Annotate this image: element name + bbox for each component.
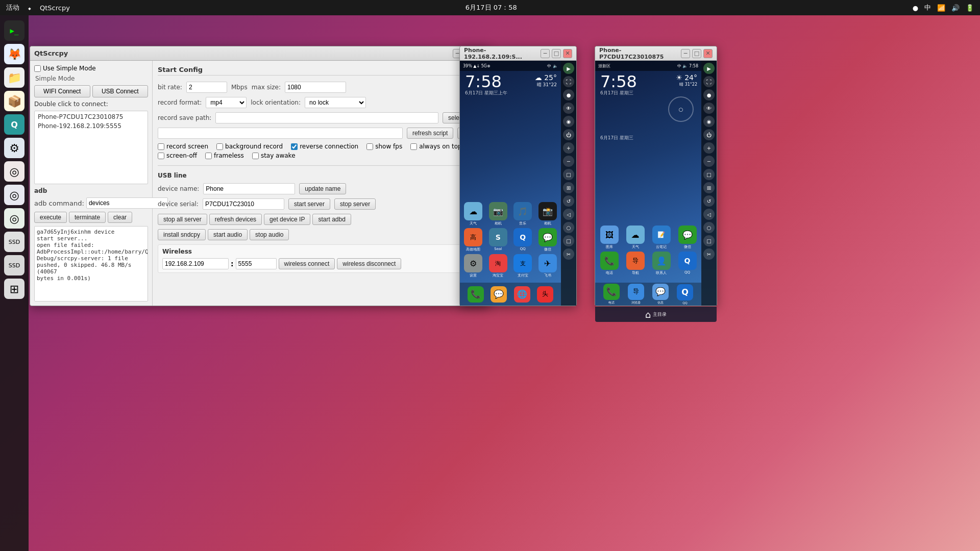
show-fps-checkbox[interactable] xyxy=(366,143,373,150)
phone2-app-qq[interactable]: Q QQ xyxy=(675,252,699,276)
record-format-select[interactable]: mp4 mkv xyxy=(206,97,247,108)
phone2-sidebar-expand[interactable]: ⛶ xyxy=(703,76,715,87)
phone2-sidebar-eye1[interactable]: 👁 xyxy=(703,103,715,114)
wireless-ip-input[interactable] xyxy=(162,258,229,269)
dock-item-settings[interactable]: ⚙ xyxy=(4,138,24,158)
phone1-app-taobao[interactable]: 淘 淘宝宝 xyxy=(487,254,510,278)
phone1-app-camera[interactable]: 📷 相机 xyxy=(487,202,510,226)
lock-orient-select[interactable]: no lock portrait landscape xyxy=(305,97,366,108)
phone2-app-gallery[interactable]: 🖼 图库 xyxy=(597,226,621,249)
phone2-dock-qq[interactable]: Q QQ xyxy=(677,284,693,305)
phone1-app-settings[interactable]: ⚙ 设置 xyxy=(462,254,485,278)
phone1-close[interactable]: ✕ xyxy=(563,49,572,58)
phone2-app-note[interactable]: 📝 云笔记 xyxy=(649,226,673,249)
phone2-sidebar-btn1[interactable]: ▶ xyxy=(703,63,715,74)
phone1-sidebar-vol-dn[interactable]: − xyxy=(563,156,574,167)
phone2-app-nav[interactable]: 导 导航 xyxy=(623,252,647,276)
phone1-sidebar-vol-up[interactable]: + xyxy=(563,142,574,154)
dock-item-files[interactable]: 📁 xyxy=(4,67,24,88)
phone2-sidebar-circle[interactable]: ● xyxy=(703,89,715,101)
phone2-screen[interactable]: 浙新区 中 🔈 7:58 7:58 6月17日 星期三 ☀ 24° 晴 31°2… xyxy=(595,61,701,306)
device-list[interactable]: Phone-P7CDU17C23010875 Phone-192.168.2.1… xyxy=(34,111,148,184)
device-item-2[interactable]: Phone-192.168.2.109:5555 xyxy=(36,121,146,131)
reverse-connection-checkbox[interactable] xyxy=(291,143,298,150)
phone1-sidebar-crop[interactable]: ⊞ xyxy=(563,182,574,193)
device-name-input[interactable] xyxy=(203,183,295,194)
usb-connect-button[interactable]: USB Connect xyxy=(92,85,149,97)
phone1-app-music[interactable]: 🎵 音乐 xyxy=(511,202,534,226)
phone2-dock-phone[interactable]: 📞 电话 xyxy=(603,284,620,305)
phone2-sidebar-crop[interactable]: ⊞ xyxy=(703,182,715,193)
stay-awake-checkbox[interactable] xyxy=(252,153,259,159)
phone2-close[interactable]: ✕ xyxy=(703,49,713,58)
phone1-app-map[interactable]: 高 高德地图 xyxy=(462,228,485,252)
refresh-script-button[interactable]: refresh script xyxy=(407,128,453,139)
phone2-sidebar-capture[interactable]: □ xyxy=(703,169,715,180)
stop-server-button[interactable]: stop server xyxy=(334,198,376,210)
phone2-app-phone[interactable]: 📞 电话 xyxy=(597,252,621,276)
phone2-dock-msg[interactable]: 💬 信息 xyxy=(652,284,669,305)
stop-audio-button[interactable]: stop audio xyxy=(250,229,289,240)
phone2-sidebar-power[interactable]: ⏻ xyxy=(703,129,715,140)
phone2-home-icon[interactable]: ⌂ xyxy=(645,309,651,320)
phone1-dock-news[interactable]: 头 xyxy=(537,286,553,303)
phone1-sidebar-rotate[interactable]: ↺ xyxy=(563,195,574,207)
phone2-sidebar-vol-dn[interactable]: − xyxy=(703,156,715,167)
terminate-button[interactable]: terminate xyxy=(69,212,106,223)
wireless-disconnect-button[interactable]: wireless disconnect xyxy=(337,258,401,269)
dock-item-misc3[interactable]: ◎ xyxy=(4,208,24,229)
phone1-screen[interactable]: 39% ▲↓ 5G⊕ 中 🔈 7:58 6月17日 星期三上午 ☁ 25° 晴 … xyxy=(460,61,561,306)
dock-item-apps[interactable]: ⊞ xyxy=(4,279,24,299)
start-adbd-button[interactable]: start adbd xyxy=(312,214,351,225)
taskbar-app-label[interactable]: QtScrcpy xyxy=(40,4,70,12)
wifi-connect-button[interactable]: WIFI Connect xyxy=(34,85,90,97)
maxsize-input[interactable] xyxy=(285,82,346,93)
always-on-top-checkbox[interactable] xyxy=(410,143,417,150)
phone2-sidebar-vol-up[interactable]: + xyxy=(703,142,715,154)
script-input[interactable] xyxy=(158,128,403,139)
phone2-dock-nav[interactable]: 导 浏览器 xyxy=(628,284,644,305)
get-device-ip-button[interactable]: get device IP xyxy=(264,214,310,225)
phone2-minimize[interactable]: ─ xyxy=(681,49,690,58)
dock-item-software[interactable]: 📦 xyxy=(4,91,24,111)
activities-label[interactable]: 活动 xyxy=(6,3,19,12)
phone2-sidebar-cut[interactable]: ✂ xyxy=(703,248,715,260)
dock-item-misc2[interactable]: ◎ xyxy=(4,185,24,205)
phone2-sidebar-rotate[interactable]: ↺ xyxy=(703,195,715,207)
phone1-sidebar-btn1[interactable]: ▶ xyxy=(563,63,574,74)
clear-button[interactable]: clear xyxy=(108,212,132,223)
phone1-sidebar-eye1[interactable]: 👁 xyxy=(563,103,574,114)
phone1-dock-phone[interactable]: 📞 xyxy=(468,286,484,303)
phone1-app-weather[interactable]: ☁ 天气 xyxy=(462,202,485,226)
stop-all-server-button[interactable]: stop all server xyxy=(158,214,207,225)
phone2-maximize[interactable]: □ xyxy=(692,49,701,58)
install-sndcpy-button[interactable]: install sndcpy xyxy=(158,229,206,240)
phone1-sidebar-home[interactable]: ○ xyxy=(563,222,574,233)
phone1-app-alipay[interactable]: 支 支付宝 xyxy=(511,254,534,278)
wireless-connect-button[interactable]: wireless connect xyxy=(279,258,335,269)
phone2-sidebar-recent[interactable]: □ xyxy=(703,235,715,246)
execute-button[interactable]: execute xyxy=(34,212,67,223)
refresh-devices-button[interactable]: refresh devices xyxy=(209,214,262,225)
phone1-dock-msg[interactable]: 💬 xyxy=(491,286,507,303)
device-serial-input[interactable] xyxy=(203,198,284,210)
dock-item-ssd1[interactable]: SSD xyxy=(4,232,24,252)
simple-mode-checkbox[interactable] xyxy=(34,65,41,72)
frameless-checkbox[interactable] xyxy=(205,153,212,159)
phone1-sidebar-eye2[interactable]: ◉ xyxy=(563,116,574,127)
phone1-sidebar-capture[interactable]: □ xyxy=(563,169,574,180)
phone1-app-qq[interactable]: Q QQ xyxy=(511,228,534,252)
phone1-sidebar-power[interactable]: ⏻ xyxy=(563,129,574,140)
phone2-app-contacts[interactable]: 👤 联系人 xyxy=(649,252,673,276)
phone1-sidebar-recent[interactable]: □ xyxy=(563,235,574,246)
screen-off-checkbox[interactable] xyxy=(158,153,164,159)
phone1-app-seal[interactable]: S Seal xyxy=(487,228,510,252)
phone1-minimize[interactable]: ─ xyxy=(541,49,550,58)
phone1-app-feishu[interactable]: ✈ 飞书 xyxy=(536,254,559,278)
background-record-checkbox[interactable] xyxy=(216,143,223,150)
dock-item-ssd2[interactable]: SSD xyxy=(4,255,24,276)
start-server-button[interactable]: start server xyxy=(288,198,330,210)
wireless-port-input[interactable] xyxy=(236,258,277,269)
bitrate-input[interactable] xyxy=(186,82,227,93)
phone1-sidebar-expand[interactable]: ⛶ xyxy=(563,76,574,87)
